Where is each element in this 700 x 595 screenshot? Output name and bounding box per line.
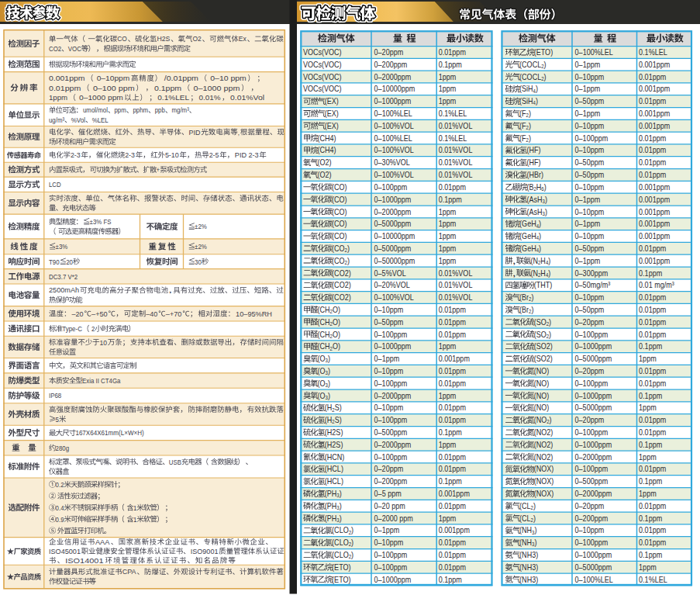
svg-text:2: 2	[541, 63, 543, 70]
svg-text:): )	[545, 195, 547, 204]
svg-text:2: 2	[330, 308, 333, 315]
svg-text:1ppm: 1ppm	[439, 341, 457, 351]
svg-text:0–1000ppm: 0–1000ppm	[374, 195, 412, 204]
svg-text:0–1000 ppm: 0–1000 ppm	[194, 84, 240, 92]
svg-text:1: 1	[133, 515, 136, 524]
svg-text:): )	[328, 391, 330, 400]
svg-text:0–100ppm: 0–100ppm	[575, 379, 609, 388]
svg-text:O): O)	[333, 330, 340, 339]
svg-text:(EX): (EX)	[325, 96, 339, 106]
svg-text:0.01ppm: 0.01ppm	[639, 157, 666, 167]
svg-text:0–10 ppm: 0–10 ppm	[210, 74, 247, 82]
svg-text:0.001ppm: 0.001ppm	[439, 354, 470, 363]
svg-text:0–10ppm: 0–10ppm	[575, 72, 605, 81]
svg-text:2: 2	[541, 75, 543, 82]
svg-text:2-3: 2-3	[71, 150, 81, 159]
svg-text:(O: (O	[318, 391, 326, 400]
svg-text:): )	[328, 379, 330, 388]
svg-text:0.01ppm: 0.01ppm	[439, 47, 466, 57]
svg-text:(HCL): (HCL)	[325, 476, 343, 486]
svg-text:0–10ppm: 0–10ppm	[575, 292, 605, 302]
svg-text:): )	[539, 231, 541, 240]
svg-text:IP68: IP68	[49, 391, 61, 400]
svg-text:0.1ppm: 0.1ppm	[639, 514, 662, 523]
svg-text:(THT): (THT)	[534, 280, 553, 289]
svg-text:0–20ppm: 0–20ppm	[575, 415, 605, 424]
svg-text:DC3.7 V*2: DC3.7 V*2	[49, 272, 78, 281]
svg-text:0.01%VOL: 0.01%VOL	[439, 292, 473, 302]
svg-text:(HF): (HF)	[526, 145, 540, 154]
svg-text:0–50ppm: 0–50ppm	[575, 170, 605, 179]
svg-text:(NOX): (NOX)	[534, 464, 554, 473]
svg-text:±2%: ±2%	[195, 242, 207, 251]
svg-text:): )	[533, 514, 536, 523]
svg-text:0–1ppm: 0–1ppm	[374, 525, 400, 534]
svg-text:0–100 ppm: 0–100 ppm	[93, 84, 135, 92]
svg-text:0.01ppm: 0.01ppm	[639, 72, 666, 81]
svg-text:0–100%LEL: 0–100%LEL	[575, 47, 613, 57]
svg-text:0.1ppm: 0.1ppm	[639, 440, 662, 449]
svg-text:(H: (H	[325, 403, 333, 412]
svg-text:(PH: (PH	[325, 489, 337, 498]
svg-text:(HCL): (HCL)	[325, 464, 343, 473]
svg-text:(CH: (CH	[318, 341, 330, 351]
svg-text:0.01ppm: 0.01ppm	[439, 550, 466, 559]
svg-text:30: 30	[195, 258, 202, 266]
svg-text:0–5000ppm: 0–5000ppm	[575, 403, 612, 412]
svg-text:): )	[347, 244, 350, 253]
svg-text:): )	[533, 501, 536, 510]
svg-text:PID: PID	[189, 128, 201, 137]
svg-text:LCD: LCD	[49, 180, 61, 189]
svg-text:(F: (F	[519, 109, 526, 118]
svg-text:0–1ppm: 0–1ppm	[575, 60, 601, 69]
svg-text:O2: O2	[193, 34, 202, 43]
svg-text:(NO2): (NO2)	[534, 427, 553, 437]
svg-text:0–1ppm: 0–1ppm	[575, 195, 601, 204]
svg-text:): )	[535, 525, 537, 534]
svg-text:0–20ppm: 0–20ppm	[575, 366, 605, 375]
svg-text:0–5000ppm: 0–5000ppm	[374, 219, 412, 228]
svg-text:–+50: –+50	[91, 310, 108, 318]
svg-text:2: 2	[345, 247, 347, 254]
svg-text:4: 4	[536, 234, 539, 241]
svg-text:1ppm: 1ppm	[439, 256, 457, 265]
svg-text:(CO2): (CO2)	[332, 292, 351, 302]
svg-text:0.01ppm: 0.01ppm	[639, 415, 666, 424]
svg-text:0.001ppm: 0.001ppm	[49, 74, 85, 82]
svg-text:2: 2	[349, 553, 351, 560]
svg-text:–20: –20	[72, 310, 84, 318]
svg-text:0–100ppm: 0–100ppm	[575, 464, 609, 473]
svg-text:–40: –40	[146, 310, 157, 318]
svg-text:0.01ppm: 0.01ppm	[439, 403, 466, 412]
svg-text:O): O)	[333, 305, 340, 314]
svg-text:0–10ppm: 0–10ppm	[374, 403, 404, 412]
svg-text:): )	[529, 109, 531, 118]
svg-text:O): O)	[333, 341, 340, 351]
svg-text:(NH3): (NH3)	[519, 550, 538, 559]
svg-text:0–50000ppm: 0–50000ppm	[374, 256, 416, 265]
svg-text:(CO): (CO)	[332, 207, 347, 216]
svg-text:ppb: ppb	[155, 106, 165, 114]
svg-text:0.01ppm: 0.01ppm	[439, 305, 466, 314]
svg-text:1ppm: 1ppm	[639, 403, 657, 412]
svg-text:1ppm: 1ppm	[439, 514, 457, 523]
svg-text:1ppm: 1ppm	[639, 354, 657, 363]
svg-text:(NO): (NO)	[534, 366, 550, 375]
svg-text:): )	[549, 330, 551, 339]
svg-text:0.1%LEL: 0.1%LEL	[439, 133, 467, 143]
svg-text:0.01ppm: 0.01ppm	[639, 133, 666, 143]
svg-text:(HBr): (HBr)	[526, 170, 543, 179]
svg-text:0–100%VOL: 0–100%VOL	[374, 170, 414, 179]
svg-text:(CO: (CO	[332, 256, 345, 265]
svg-text:0–20ppm: 0–20ppm	[575, 317, 605, 327]
svg-text:0–50ppm: 0–50ppm	[374, 317, 404, 327]
svg-text:H: H	[540, 268, 546, 278]
svg-text:(F: (F	[519, 133, 526, 143]
svg-text:): )	[544, 60, 547, 69]
svg-text:3: 3	[336, 504, 339, 511]
svg-text:4: 4	[536, 223, 539, 230]
svg-text:1ppm: 1ppm	[439, 219, 457, 228]
svg-text:): )	[340, 489, 342, 498]
svg-text:0.01ppm: 0.01ppm	[639, 317, 666, 327]
svg-text:1ppm: 1ppm	[49, 93, 67, 102]
